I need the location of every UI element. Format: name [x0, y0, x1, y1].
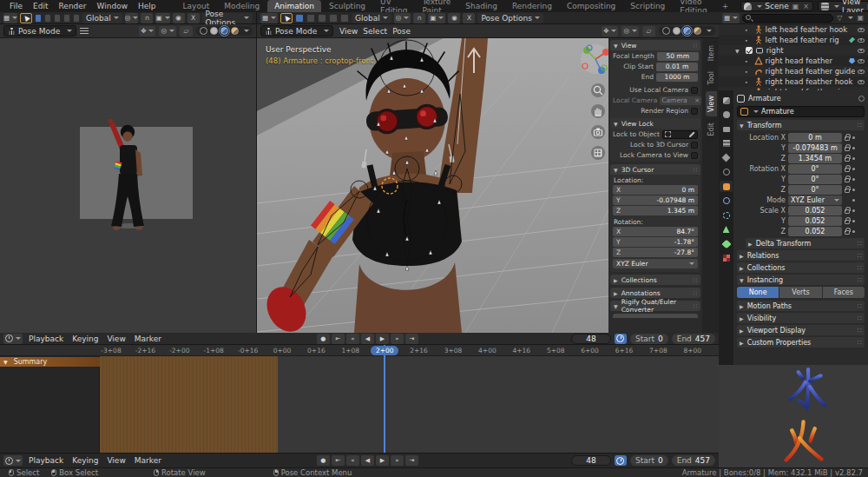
- orthographic-grid-icon[interactable]: [591, 146, 605, 160]
- jump-to-start-button[interactable]: ⇤: [332, 455, 345, 466]
- keyframe-block[interactable]: [100, 356, 278, 453]
- properties-tab-scene[interactable]: [720, 152, 733, 163]
- viewport-menu-view[interactable]: View: [337, 27, 360, 36]
- ruler-tick[interactable]: 0+00: [265, 347, 299, 354]
- properties-tab-output[interactable]: [720, 123, 733, 135]
- menu-collapse-icon[interactable]: [80, 28, 89, 34]
- select-mode-icon-4[interactable]: [63, 14, 70, 23]
- panel-header-delta-transform[interactable]: ▶Delta Transform∷: [746, 238, 865, 248]
- snap-target-dropdown[interactable]: ▣: [155, 13, 169, 23]
- ruler-tick[interactable]: -1+08: [196, 347, 231, 354]
- outliner-item-left-head-feather-hook[interactable]: •left head feather hook: [719, 24, 868, 35]
- zoom-icon[interactable]: [591, 83, 605, 97]
- visibility-eye-icon[interactable]: [858, 38, 865, 43]
- workspace-tab-scripting[interactable]: Scripting: [623, 0, 672, 12]
- workspace-tab-shading[interactable]: Shading: [458, 0, 504, 12]
- properties-tab-object[interactable]: [720, 181, 733, 192]
- workspace-tab-rendering[interactable]: Rendering: [505, 0, 559, 12]
- transform-field[interactable]: 0°: [788, 175, 842, 184]
- rotation-order-dropdown[interactable]: XYZ Euler: [613, 259, 698, 268]
- render-region-checkbox[interactable]: [691, 108, 698, 115]
- cursor-rotation-z-field[interactable]: Z-27.8°: [613, 248, 698, 257]
- rotation-mode-dropdown[interactable]: XYZ Euler: [788, 195, 842, 205]
- outliner-search-input[interactable]: [742, 14, 833, 23]
- clip-start-field[interactable]: 0.01 m: [656, 63, 698, 71]
- pose-options-dropdown[interactable]: Pose Options: [202, 13, 253, 23]
- select-mode-icon-1[interactable]: [295, 14, 304, 23]
- clipped-button[interactable]: [613, 314, 698, 318]
- editor-type-3d-viewport-button[interactable]: ▦: [260, 13, 278, 23]
- shading-wireframe-icon[interactable]: [200, 27, 207, 35]
- jump-to-end-button[interactable]: ⇥: [405, 455, 418, 466]
- lock-icon[interactable]: [845, 220, 850, 224]
- ruler-tick[interactable]: 4+16: [504, 347, 539, 354]
- lock-icon[interactable]: [845, 209, 850, 214]
- visibility-eye-icon[interactable]: [858, 80, 865, 84]
- unlink-scene-icon[interactable]: ×: [802, 3, 810, 10]
- lock-icon[interactable]: [845, 168, 850, 172]
- editor-type-3d-viewport-button[interactable]: ▦: [3, 13, 17, 23]
- shading-material-icon[interactable]: [683, 27, 691, 35]
- playhead-line[interactable]: [384, 345, 385, 453]
- summary-channel[interactable]: ▼Summary: [0, 357, 100, 367]
- properties-tab-texture[interactable]: [720, 253, 733, 264]
- current-frame-indicator[interactable]: 2+00: [372, 346, 398, 355]
- transform-orientation-dropdown[interactable]: Global: [82, 13, 122, 23]
- snap-magnet-icon[interactable]: ∩: [141, 13, 153, 23]
- menu-window[interactable]: Window: [92, 2, 134, 10]
- viewport-menu-select[interactable]: Select: [360, 27, 390, 36]
- view-lock-panel-header[interactable]: ▼View Lock: [610, 118, 700, 129]
- camera-view-icon[interactable]: [591, 125, 605, 139]
- instancing-option-faces[interactable]: Faces: [823, 287, 865, 298]
- ruler-tick[interactable]: 7+08: [641, 347, 675, 354]
- frame-end-field[interactable]: End457: [672, 455, 715, 466]
- workspace-tab-animation[interactable]: Animation: [267, 0, 321, 12]
- viewport-main-canvas[interactable]: User Perspective (48) Armature : croptop…: [256, 38, 719, 333]
- mode-dropdown-left[interactable]: Pose Mode: [3, 25, 76, 36]
- ruler-tick[interactable]: 1+08: [333, 347, 368, 354]
- record-button[interactable]: ●: [317, 334, 330, 344]
- transform-field[interactable]: 1.3454 m: [788, 154, 842, 163]
- navigation-gizmo[interactable]: [580, 43, 611, 75]
- transform-field[interactable]: 0°: [788, 185, 842, 195]
- play-reverse-button[interactable]: ◀: [361, 334, 374, 344]
- properties-tab-constraints[interactable]: [720, 195, 733, 207]
- n-panel-tab-view[interactable]: View: [706, 91, 717, 116]
- xray-toggle[interactable]: ▱: [180, 26, 193, 36]
- pin-icon[interactable]: [858, 96, 865, 102]
- animate-dot[interactable]: [852, 189, 855, 191]
- view-layer-selector[interactable]: View Layer ▣ ×: [818, 1, 868, 11]
- pivot-point-dropdown[interactable]: ◎: [125, 13, 139, 23]
- ruler-tick[interactable]: 6+16: [607, 347, 641, 354]
- new-scene-icon[interactable]: ▣: [792, 3, 800, 10]
- shading-solid-icon[interactable]: [673, 27, 681, 35]
- mirror-x-toggle[interactable]: X: [187, 13, 200, 23]
- exclude-checkbox[interactable]: [746, 47, 753, 54]
- new-collection-icon[interactable]: ▣: [856, 14, 865, 22]
- cursor-location-z-field[interactable]: Z1.345 m: [613, 206, 698, 215]
- ruler-tick[interactable]: -0+16: [231, 347, 266, 354]
- panel-header-visibility[interactable]: ▶Visibility∷: [737, 313, 865, 323]
- instancing-option-none[interactable]: None: [737, 287, 779, 298]
- lock-3d-cursor-checkbox[interactable]: [691, 142, 698, 149]
- current-frame-field[interactable]: 48: [571, 455, 611, 466]
- use-local-camera-checkbox[interactable]: [691, 87, 698, 94]
- panel-header-custom-properties[interactable]: ▶Custom Properties∷: [737, 337, 865, 348]
- pose-options-dropdown[interactable]: Pose Options: [477, 13, 542, 23]
- lock-icon[interactable]: [845, 230, 850, 235]
- transform-field[interactable]: -0.079483 m: [788, 143, 842, 153]
- eyedropper-icon[interactable]: [689, 131, 695, 137]
- active-tool-tweak-button[interactable]: ▲: [280, 13, 293, 23]
- animate-dot[interactable]: [852, 136, 855, 139]
- panel-header-relations[interactable]: ▶Relations∷: [737, 250, 865, 261]
- pan-hand-icon[interactable]: [591, 104, 605, 118]
- panel-header-viewport-display[interactable]: ▶Viewport Display∷: [737, 325, 865, 335]
- scale-field[interactable]: 0.052: [788, 206, 842, 215]
- select-mode-icon-5[interactable]: [340, 14, 349, 23]
- editor-type-outliner-button[interactable]: ▦: [722, 13, 740, 23]
- pivot-point-dropdown[interactable]: ◎: [394, 13, 411, 23]
- ruler-tick[interactable]: -2+00: [162, 347, 197, 354]
- object-name[interactable]: Armature: [761, 108, 794, 116]
- focal-length-field[interactable]: 50 mm: [657, 52, 699, 61]
- menu-help[interactable]: Help: [133, 2, 161, 10]
